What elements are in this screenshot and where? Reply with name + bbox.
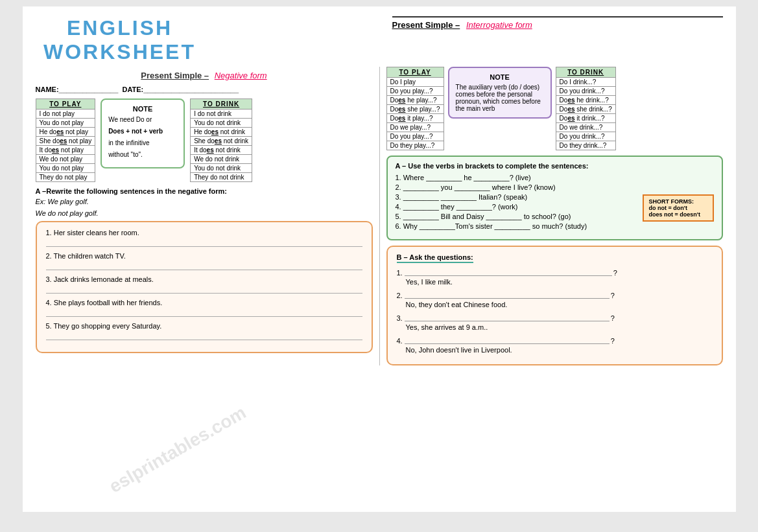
drink-table-right: TO DRINK Do I drink...? Do you drink...?…: [556, 67, 616, 150]
list-item: 2. _________ you _________ where I live?…: [396, 183, 714, 191]
section-a-right: A – Use the verbs in brackets to complet…: [386, 156, 723, 240]
left-section-prefix: Present Simple –: [141, 71, 209, 80]
list-item: 5. _________ Bill and Daisy _________ to…: [396, 213, 637, 220]
right-section-form: Interrogative form: [466, 20, 532, 30]
section-b-right: B – Ask the questions: 1. ? Yes, I like …: [386, 246, 723, 365]
list-item: 1. Where _________ he _________? (live): [396, 174, 714, 181]
list-item: 1. Her sister cleans her room.: [46, 229, 362, 247]
list-item: 3. _________ _________ Italian? (speak): [396, 193, 637, 201]
list-item: 4. ? No, John doesn't live in Liverpool.: [397, 335, 713, 354]
play-table-right: TO PLAY Do I play Do you play...? Does h…: [386, 67, 444, 150]
rewrite-section: A –Rewrite the following sentences in th…: [36, 187, 373, 217]
note-box-left: NOTE We need Do or Does + not + verb in …: [101, 98, 185, 168]
list-item: 3. ? Yes, she arrives at 9 a.m..: [397, 312, 713, 331]
list-item: 2. The children watch TV.: [46, 252, 362, 270]
note-box-right: NOTE The auxiliary verb (do / does) come…: [448, 67, 552, 119]
right-section-prefix: Present Simple –: [392, 20, 460, 30]
right-top-section: TO PLAY Do I play Do you play...? Does h…: [386, 67, 723, 150]
page-title: ENGLISH WORKSHEET: [36, 16, 204, 64]
section-b-instr: B – Ask the questions:: [397, 253, 713, 263]
page: ENGLISH WORKSHEET Present Simple – Inter…: [23, 6, 736, 512]
list-item: 2. ? No, they don't eat Chinese food.: [397, 290, 713, 308]
left-section-title: Present Simple – Negative form: [36, 71, 373, 80]
list-item: 1. ? Yes, I like milk.: [397, 267, 713, 286]
name-date: NAME:_______________ DATE:______________…: [36, 86, 373, 93]
list-item: 5. They go shopping every Saturday.: [46, 322, 362, 340]
exercise-box-left: 1. Her sister cleans her room. 2. The ch…: [36, 221, 373, 353]
list-item: 4. She plays football with her friends.: [46, 299, 362, 317]
play-table-left: TO PLAY I do not play You do not play He…: [36, 98, 96, 182]
drink-table-left: TO DRINK I do not drink You do not drink…: [190, 98, 252, 182]
short-forms-box: SHORT FORMS: do not = don't does not = d…: [643, 194, 714, 222]
list-item: 3. Jack drinks lemonade at meals.: [46, 275, 362, 294]
list-item: 4. _________ they _________? (work): [396, 203, 637, 211]
watermark: eslprintables.com: [105, 402, 249, 498]
list-item: 6. Why _________Tom's sister _________ s…: [396, 222, 637, 230]
left-section-form: Negative form: [215, 71, 267, 80]
right-section-title: Present Simple – Interrogative form: [392, 20, 723, 30]
